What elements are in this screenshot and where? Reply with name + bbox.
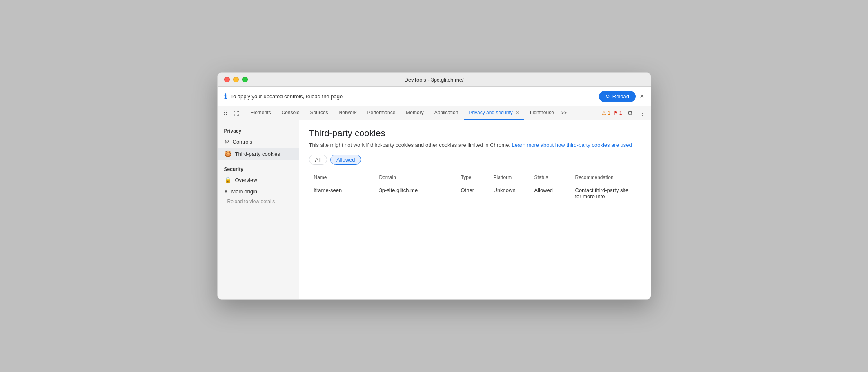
page-title: Third-party cookies	[309, 128, 641, 139]
content-area: Third-party cookies This site might not …	[299, 120, 651, 299]
reload-to-view-label: Reload to view details	[227, 199, 275, 204]
tab-memory[interactable]: Memory	[401, 106, 428, 120]
cookies-icon: 🍪	[224, 150, 232, 157]
tab-icons: ⠿ ⬚	[221, 107, 242, 119]
filter-bar: All Allowed	[309, 155, 641, 165]
sidebar-item-overview[interactable]: 🔒 Overview	[218, 174, 299, 186]
tab-performance[interactable]: Performance	[363, 106, 401, 120]
minimize-button[interactable]	[233, 77, 239, 82]
tab-elements[interactable]: Elements	[246, 106, 276, 120]
tab-lighthouse[interactable]: Lighthouse	[525, 106, 559, 120]
fullscreen-button[interactable]	[242, 77, 248, 82]
reload-button[interactable]: ↺ Reload	[599, 91, 636, 102]
title-bar: DevTools - 3pc.glitch.me/	[218, 73, 651, 87]
tab-privacy-security[interactable]: Privacy and security ✕	[464, 106, 524, 120]
cell-name: iframe-seen	[309, 184, 374, 203]
device-mode-icon[interactable]: ⬚	[231, 107, 242, 119]
reload-icon: ↺	[605, 93, 610, 100]
main-layout: Privacy ⚙ Controls 🍪 Third-party cookies…	[218, 120, 651, 299]
main-origin-label: Main origin	[231, 188, 257, 195]
devtools-window: DevTools - 3pc.glitch.me/ ℹ To apply you…	[217, 72, 651, 300]
tab-sources[interactable]: Sources	[305, 106, 333, 120]
sidebar: Privacy ⚙ Controls 🍪 Third-party cookies…	[218, 120, 299, 299]
error-count: 1	[619, 110, 622, 116]
notification-close-button[interactable]: ×	[640, 92, 644, 101]
tab-privacy-security-label: Privacy and security	[469, 110, 512, 115]
controls-icon: ⚙	[224, 138, 229, 145]
window-title: DevTools - 3pc.glitch.me/	[404, 77, 463, 83]
lock-icon: 🔒	[224, 176, 232, 184]
third-party-cookies-label: Third-party cookies	[235, 151, 280, 157]
notification-text: To apply your updated controls, reload t…	[231, 93, 595, 100]
sidebar-item-third-party-cookies[interactable]: 🍪 Third-party cookies	[218, 148, 299, 160]
more-tabs-button[interactable]: >>	[560, 107, 569, 119]
filter-all-button[interactable]: All	[309, 155, 327, 165]
more-options-button[interactable]: ⋮	[638, 108, 648, 119]
cell-type: Other	[456, 184, 489, 203]
tab-bar: ⠿ ⬚ Elements Console Sources Network Per…	[218, 106, 651, 120]
sidebar-item-controls[interactable]: ⚙ Controls	[218, 135, 299, 148]
cell-platform: Unknown	[489, 184, 530, 203]
filter-allowed-button[interactable]: Allowed	[330, 155, 361, 165]
table-row[interactable]: iframe-seen 3p-site.glitch.me Other Unkn…	[309, 184, 641, 203]
controls-label: Controls	[233, 139, 252, 145]
warning-count: 1	[608, 110, 610, 116]
notification-bar: ℹ To apply your updated controls, reload…	[218, 87, 651, 106]
element-picker-icon[interactable]: ⠿	[221, 107, 230, 119]
security-section-title: Security	[218, 165, 299, 174]
learn-more-link[interactable]: Learn more about how third-party cookies…	[512, 142, 632, 148]
cookies-table: Name Domain Type Platform Status Recomme…	[309, 171, 641, 203]
sidebar-item-main-origin[interactable]: ▼ Main origin	[218, 186, 299, 197]
col-header-type: Type	[456, 171, 489, 184]
col-header-recommendation: Recommendation	[570, 171, 641, 184]
expand-arrow-icon: ▼	[224, 189, 228, 194]
sidebar-sub-item-reload: Reload to view details	[218, 197, 299, 206]
overview-label: Overview	[235, 177, 257, 183]
error-badge[interactable]: ⚑ 1	[614, 110, 622, 116]
traffic-lights	[224, 77, 248, 82]
reload-label: Reload	[612, 93, 629, 100]
warning-badge[interactable]: ⚠ 1	[602, 110, 610, 116]
tab-application[interactable]: Application	[430, 106, 463, 120]
tab-bar-right: ⚠ 1 ⚑ 1 ⚙ ⋮	[602, 108, 647, 119]
content-description: This site might not work if third-party …	[309, 142, 641, 148]
cell-recommendation: Contact third-party site for more info	[570, 184, 641, 203]
col-header-domain: Domain	[374, 171, 456, 184]
privacy-section-title: Privacy	[218, 126, 299, 135]
col-header-platform: Platform	[489, 171, 530, 184]
info-icon: ℹ	[224, 93, 227, 100]
settings-button[interactable]: ⚙	[625, 108, 634, 119]
warning-icon: ⚠	[602, 110, 606, 116]
cell-status: Allowed	[530, 184, 570, 203]
tab-close-icon[interactable]: ✕	[516, 110, 519, 115]
tab-console[interactable]: Console	[277, 106, 305, 120]
col-header-name: Name	[309, 171, 374, 184]
close-button[interactable]	[224, 77, 230, 82]
description-text: This site might not work if third-party …	[309, 142, 510, 148]
cell-domain: 3p-site.glitch.me	[374, 184, 456, 203]
col-header-status: Status	[530, 171, 570, 184]
tab-network[interactable]: Network	[334, 106, 362, 120]
flag-icon: ⚑	[614, 110, 618, 116]
